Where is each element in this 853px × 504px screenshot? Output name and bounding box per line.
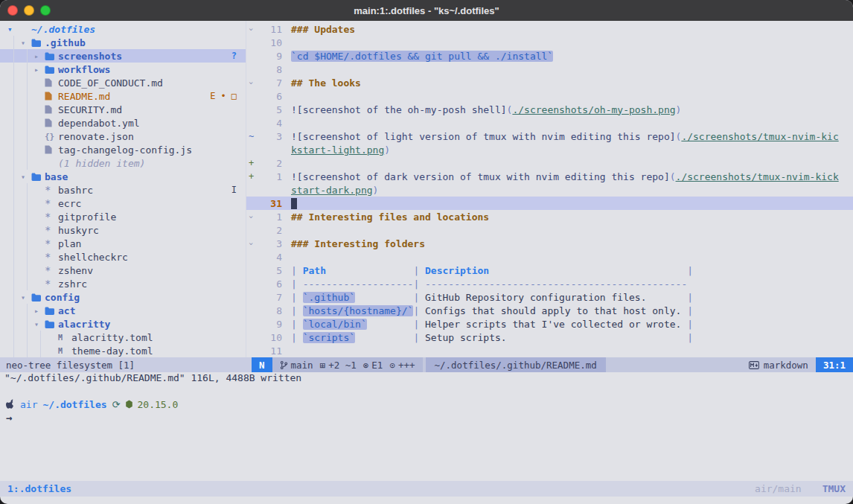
tree-item-1-hidden-item[interactable]: (1 hidden item) [0, 156, 246, 170]
tree-item-screenshots[interactable]: ▸screenshots? [0, 49, 246, 63]
editor-current-line[interactable]: 31 [246, 197, 853, 210]
editor-line[interactable]: +2 [246, 156, 853, 170]
code-segment: Path [303, 265, 326, 276]
code-segment: ----------------------------------------… [425, 278, 687, 290]
tree-item-zshenv[interactable]: *zshenv [0, 264, 246, 277]
tree-item-label: alacritty.toml [71, 332, 153, 343]
chevron-down-icon[interactable]: ▾ [21, 293, 31, 302]
fold-marker-icon: › [246, 24, 262, 34]
tmux-window-name[interactable]: 1:.dotfiles [7, 483, 71, 494]
tree-item-workflows[interactable]: ▸workflows [0, 63, 246, 76]
editor-line[interactable]: 9`cd $HOME/.dotfiles && git pull && ./in… [246, 49, 853, 63]
status-badge: □ [231, 91, 237, 101]
chevron-right-icon[interactable]: ▸ [34, 307, 45, 315]
dotfile-icon: * [45, 264, 58, 276]
tree-item-ecrc[interactable]: *ecrc [0, 197, 246, 210]
editor-line[interactable]: 10| `scripts` | Setup scripts. | [246, 331, 853, 344]
editor-line[interactable]: start-dark.png) [246, 183, 853, 197]
tree-item-base[interactable]: ▾base [0, 170, 246, 183]
indent-guide [21, 250, 34, 264]
editor-line[interactable]: ›11### Updates [246, 22, 853, 36]
tree-item-label: base [45, 171, 68, 182]
editor-line[interactable]: +1![screenshot of dark version of tmux w… [246, 170, 853, 183]
tree-item-theme-day-toml[interactable]: Mtheme-day.toml [0, 344, 246, 357]
editor-line[interactable]: ~3![screenshot of light version of tmux … [246, 130, 853, 143]
editor-line[interactable]: 4 [246, 116, 853, 130]
gutter: 8 [246, 305, 291, 316]
editor-line[interactable]: kstart-light.png) [246, 143, 853, 156]
status-badge: • [221, 91, 226, 101]
code-segment: ![screenshot of dark version of tmux wit… [291, 171, 670, 182]
code-segment: GitHub Repository configuration files. [425, 292, 646, 303]
editor-line[interactable]: 2 [246, 223, 853, 237]
indent-guide [21, 63, 34, 76]
editor-line[interactable]: 6| -------------------| ----------------… [246, 277, 853, 290]
indent-guide [7, 63, 21, 76]
tree-item-plan[interactable]: *plan [0, 237, 246, 250]
indent-guide [7, 130, 21, 143]
tree-item-security-md[interactable]: SECURITY.md [0, 103, 246, 116]
git-add-sign: + [246, 171, 262, 182]
indent-guide [7, 183, 21, 197]
minimize-button[interactable] [24, 5, 34, 16]
tree-item-huskyrc[interactable]: *huskyrc [0, 223, 246, 237]
editor-line[interactable]: 5| Path | Description | [246, 264, 853, 277]
chevron-down-icon[interactable]: ▾ [21, 173, 31, 181]
line-number: 3 [262, 238, 291, 249]
tree-item-act[interactable]: ▸act [0, 304, 246, 317]
editor-line[interactable]: 11 [246, 344, 853, 357]
editor-line[interactable]: ›3### Interesting folders [246, 237, 853, 250]
tree-item-label: act [58, 305, 75, 316]
link-text[interactable]: ./screenshots/tmux-nvim-kic [681, 131, 838, 142]
tree-item-readme-md[interactable]: README.mdE•□ [0, 89, 246, 103]
tree-item-alacritty[interactable]: ▾alacritty [0, 317, 246, 331]
editor-line[interactable]: 8 [246, 63, 853, 76]
chevron-right-icon[interactable]: ▸ [34, 66, 45, 74]
tree-item-dotfiles[interactable]: ▾~/.dotfiles [0, 22, 246, 36]
tmux-pane-shell[interactable]: air ~/.dotfiles ⟳ 20.15.0 → [0, 386, 853, 481]
code-segment: | [413, 265, 425, 276]
editor-line[interactable]: 10 [246, 36, 853, 49]
zoom-button[interactable] [40, 5, 51, 16]
chevron-down-icon[interactable]: ▾ [21, 39, 31, 47]
editor-line[interactable]: 5![screenshot of the oh-my-posh shell](.… [246, 103, 853, 116]
tree-item-label: README.md [58, 91, 110, 102]
tree-item-gitprofile[interactable]: *gitprofile [0, 210, 246, 223]
editor-line[interactable]: 8| `hosts/{hostname}/`| Configs that sho… [246, 304, 853, 317]
tree-item-config[interactable]: ▾config [0, 290, 246, 304]
code-segment [646, 292, 687, 303]
indent-guide [7, 36, 21, 49]
tree-item-zshrc[interactable]: *zshrc [0, 277, 246, 290]
indent-guide [21, 344, 34, 357]
tree-item-label: CODE_OF_CONDUCT.md [58, 77, 163, 89]
tree-item-alacritty-toml[interactable]: Malacritty.toml [0, 331, 246, 344]
link-text[interactable]: ./screenshots/oh-my-posh.png [512, 104, 675, 115]
tree-item-code-of-conduct-md[interactable]: CODE_OF_CONDUCT.md [0, 76, 246, 89]
tree-item-bashrc[interactable]: *bashrcI [0, 183, 246, 197]
code-segment: ### Updates [291, 24, 355, 35]
editor-line[interactable]: 9| `local/bin` | Helper scripts that I'v… [246, 317, 853, 331]
editor-line[interactable]: 4 [246, 250, 853, 264]
tree-item-github[interactable]: ▾.github [0, 36, 246, 49]
indent-guide [7, 143, 21, 156]
chevron-right-icon[interactable]: ▸ [34, 52, 45, 60]
editor-line[interactable]: ›1## Interesting files and locations [246, 210, 853, 223]
link-text[interactable]: ./screenshots/tmux-nvim-kick [676, 171, 839, 182]
editor-line[interactable]: 6 [246, 89, 853, 103]
folder-open-icon [45, 320, 58, 328]
tree-item-shellcheckrc[interactable]: *shellcheckrc [0, 250, 246, 264]
tree-item-dependabot-yml[interactable]: dependabot.yml [0, 116, 246, 130]
editor-line[interactable]: ›7## The looks [246, 76, 853, 89]
gutter: +2 [246, 158, 291, 169]
tree-item-renovate-json[interactable]: {}renovate.json [0, 130, 246, 143]
chevron-down-icon[interactable]: ▾ [7, 25, 18, 34]
editor-line[interactable]: 7| `.github` | GitHub Repository configu… [246, 290, 853, 304]
close-button[interactable] [7, 5, 18, 16]
tree-item-tag-changelog-config-js[interactable]: tag-changelog-config.js [0, 143, 246, 156]
code-segment: | [413, 332, 425, 343]
prompt-char-row[interactable]: → [6, 411, 853, 424]
link-text[interactable]: start-dark.png [291, 185, 373, 196]
line-number: 10 [262, 37, 291, 48]
chevron-down-icon[interactable]: ▾ [34, 320, 45, 328]
link-text[interactable]: kstart-light.png [291, 144, 384, 156]
